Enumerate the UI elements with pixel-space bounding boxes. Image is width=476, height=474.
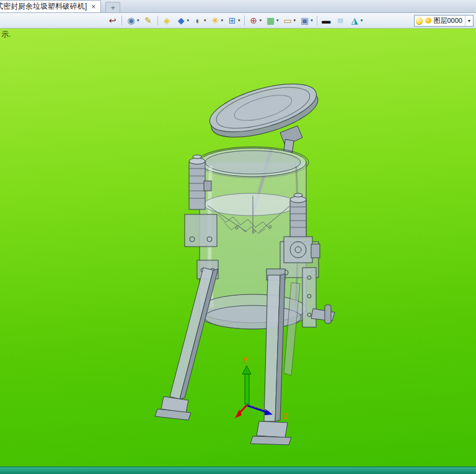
- swatch-icon-glyph: ■: [335, 16, 346, 25]
- toolbar-separator: [317, 15, 317, 25]
- move-icon-glyph: ⊕: [249, 16, 259, 25]
- view-icon[interactable]: ◉▾: [124, 14, 141, 27]
- solid-icon-glyph: ◆: [176, 16, 187, 25]
- dropdown-arrow-icon[interactable]: ▾: [361, 18, 363, 23]
- view-icon-glyph: ◉: [126, 16, 136, 25]
- dropdown-arrow-icon[interactable]: ▾: [294, 18, 296, 23]
- dropdown-arrow-icon[interactable]: ▾: [238, 18, 240, 23]
- dropdown-arrow-icon[interactable]: ▾: [204, 18, 206, 23]
- toolbar-items: ↩◉▾✎◈◆▾◐▾✳▾⊞▾⊕▾▦▾▭▾▣▾▬■◮▾: [105, 14, 364, 27]
- dropdown-arrow-icon[interactable]: ▾: [221, 18, 224, 23]
- toolbar-separator: [244, 15, 245, 25]
- exit-icon[interactable]: ↩: [105, 14, 120, 27]
- document-tab-bar: 式密封厨余垃圾塑料破碎机] × +: [0, 0, 476, 13]
- dropdown-arrow-icon[interactable]: ▾: [276, 18, 279, 23]
- measure-icon-glyph: ▭: [283, 16, 293, 25]
- sketch-icon[interactable]: ✎: [141, 14, 156, 27]
- boolean-icon-glyph: ◐: [193, 16, 203, 25]
- sheet-icon-glyph: ⊞: [227, 16, 237, 25]
- linewidth-icon[interactable]: ▬: [319, 14, 333, 27]
- chevron-down-icon[interactable]: ▾: [465, 15, 472, 26]
- layer-color-icon: [425, 17, 431, 24]
- dropdown-arrow-icon[interactable]: ▾: [187, 18, 190, 23]
- document-tab[interactable]: 式密封厨余垃圾塑料破碎机] ×: [0, 0, 101, 12]
- plane-icon-glyph: ◈: [162, 16, 172, 25]
- close-icon[interactable]: ×: [91, 3, 95, 11]
- dropdown-arrow-icon[interactable]: ▾: [311, 18, 313, 23]
- cad-application-window: 式密封厨余垃圾塑料破碎机] × + ↩◉▾✎◈◆▾◐▾✳▾⊞▾⊕▾▦▾▭▾▣▾▬…: [0, 0, 476, 474]
- linewidth-icon-glyph: ▬: [321, 16, 332, 25]
- toolbar-separator: [157, 15, 158, 25]
- lid[interactable]: [205, 74, 323, 147]
- axis-z-label: Z: [283, 412, 287, 421]
- dropdown-arrow-icon[interactable]: ▾: [260, 18, 262, 23]
- status-bar: [0, 467, 476, 474]
- display-icon-glyph: ▣: [299, 16, 310, 25]
- pattern-icon-glyph: ✳: [210, 16, 221, 25]
- swatch-icon[interactable]: ■: [333, 14, 348, 27]
- lid-hinge[interactable]: [280, 126, 302, 152]
- axis-y-label: Y: [242, 355, 249, 365]
- sketch-icon-glyph: ✎: [143, 16, 154, 25]
- orient-icon[interactable]: ◮▾: [348, 14, 365, 27]
- stand-leg-left[interactable]: [155, 260, 218, 420]
- sheet-icon[interactable]: ⊞▾: [225, 14, 242, 27]
- measure-icon[interactable]: ▭▾: [281, 14, 298, 27]
- orient-icon-glyph: ◮: [350, 16, 360, 25]
- plane-icon[interactable]: ◈: [160, 14, 174, 27]
- crusher-3d-model[interactable]: Y Z: [0, 29, 476, 467]
- solid-icon[interactable]: ◆▾: [174, 14, 192, 27]
- move-icon[interactable]: ⊕▾: [247, 14, 264, 27]
- boolean-icon[interactable]: ◐▾: [191, 14, 208, 27]
- grid-icon[interactable]: ▦▾: [263, 14, 281, 27]
- new-tab-button[interactable]: +: [105, 2, 120, 12]
- document-tab-title: 式密封厨余垃圾塑料破碎机]: [0, 1, 87, 12]
- grid-icon-glyph: ▦: [265, 16, 276, 25]
- display-icon[interactable]: ▣▾: [298, 14, 315, 27]
- layer-combo-value: 图层0000: [434, 16, 462, 25]
- dropdown-arrow-icon[interactable]: ▾: [137, 18, 139, 23]
- quick-toolbar: ↩◉▾✎◈◆▾◐▾✳▾⊞▾⊕▾▦▾▭▾▣▾▬■◮▾ 图层0000 ▾: [0, 13, 476, 29]
- layer-visibility-bulb-icon[interactable]: [416, 17, 423, 24]
- 3d-viewport[interactable]: 示.: [0, 29, 476, 467]
- toolbar-separator: [121, 15, 122, 25]
- layer-combo[interactable]: 图层0000 ▾: [414, 15, 474, 27]
- exit-icon-glyph: ↩: [107, 16, 118, 25]
- pattern-icon[interactable]: ✳▾: [208, 14, 226, 27]
